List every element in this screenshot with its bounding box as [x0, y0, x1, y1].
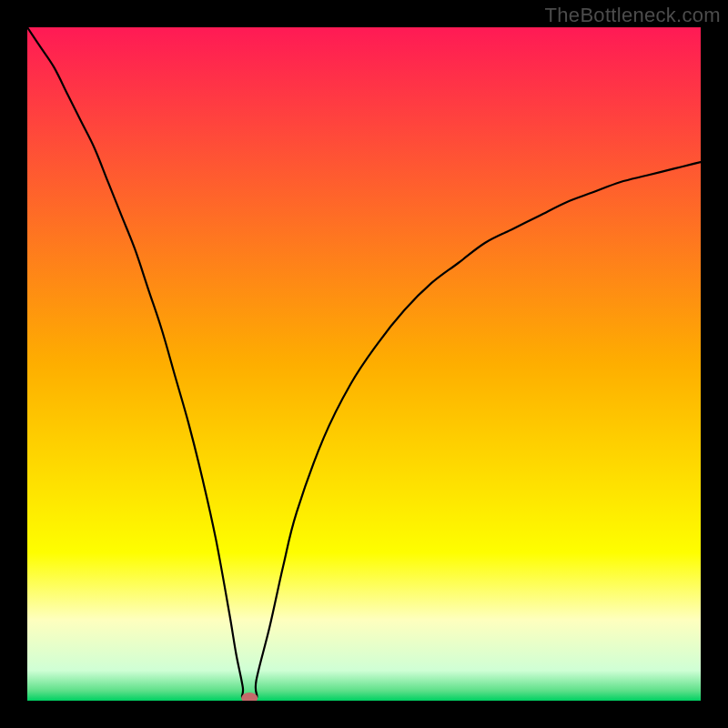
bottleneck-chart	[27, 27, 701, 701]
watermark-text: TheBottleneck.com	[545, 4, 721, 27]
chart-frame: TheBottleneck.com	[0, 0, 728, 728]
plot-area	[27, 27, 701, 701]
